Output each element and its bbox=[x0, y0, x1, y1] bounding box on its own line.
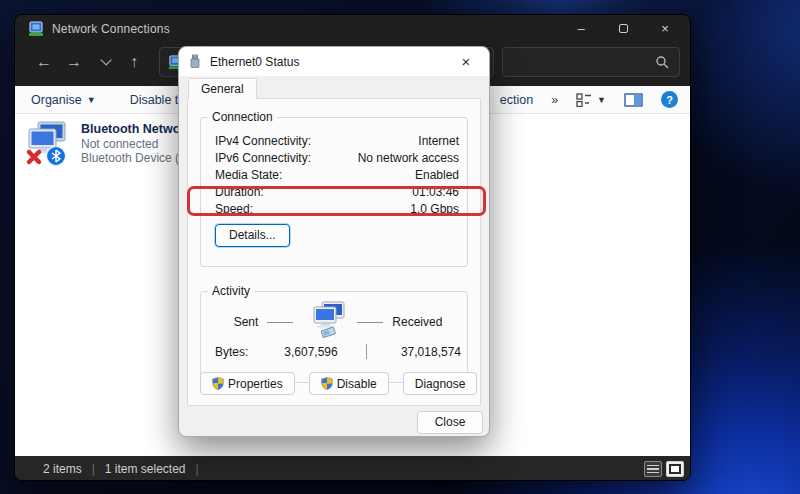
sent-label: Sent bbox=[234, 315, 259, 329]
row-ipv4: IPv4 Connectivity:Internet bbox=[215, 132, 461, 149]
back-icon[interactable]: ← bbox=[29, 53, 59, 71]
dialog-footer: Close bbox=[179, 406, 489, 437]
chevron-down-icon: ▼ bbox=[597, 95, 606, 105]
tab-general[interactable]: General bbox=[188, 78, 257, 99]
minimize-button[interactable]: – bbox=[564, 17, 598, 41]
bytes-received-value: 37,018,574 bbox=[392, 345, 461, 359]
computer-activity-icon bbox=[302, 300, 348, 340]
row-duration: Duration:01:03:46 bbox=[215, 183, 461, 200]
connection-heading: Connection bbox=[208, 110, 277, 124]
chevron-down-icon: ▼ bbox=[87, 95, 96, 105]
toolbar-overflow-chevron-icon[interactable]: » bbox=[551, 93, 558, 107]
connection-status: Not connected bbox=[81, 137, 181, 151]
forward-icon[interactable]: → bbox=[59, 53, 89, 71]
row-ipv6: IPv6 Connectivity:No network access bbox=[215, 149, 461, 166]
search-input[interactable] bbox=[502, 47, 680, 77]
status-bar: 2 items | 1 item selected | bbox=[15, 456, 690, 481]
details-view-icon[interactable] bbox=[644, 461, 662, 477]
dialog-title-bar: Ethernet0 Status × bbox=[179, 47, 489, 76]
properties-button[interactable]: Properties bbox=[200, 372, 295, 395]
row-speed: Speed:1.0 Gbps bbox=[215, 200, 461, 217]
bluetooth-network-icon bbox=[23, 120, 71, 168]
connection-device: Bluetooth Device (Pe bbox=[81, 151, 181, 165]
connection-name: Bluetooth Network C bbox=[81, 122, 181, 137]
diagnose-button[interactable]: Diagnose bbox=[403, 372, 478, 395]
bytes-label: Bytes: bbox=[215, 345, 272, 359]
tab-strip: General bbox=[179, 76, 489, 98]
ethernet-adapter-icon bbox=[189, 54, 201, 69]
connection-group: Connection IPv4 Connectivity:Internet IP… bbox=[200, 117, 468, 267]
close-window-button[interactable]: × bbox=[648, 17, 682, 41]
bytes-sent-value: 3,607,596 bbox=[272, 345, 337, 359]
help-button[interactable]: ? bbox=[661, 91, 678, 108]
maximize-button[interactable] bbox=[606, 17, 640, 41]
close-button[interactable]: Close bbox=[417, 411, 483, 434]
rename-connection-button[interactable]: ection bbox=[500, 93, 533, 107]
maximize-icon bbox=[619, 24, 628, 33]
row-media-state: Media State:Enabled bbox=[215, 166, 461, 183]
dialog-close-icon[interactable]: × bbox=[453, 51, 479, 73]
items-count: 2 items bbox=[43, 462, 82, 476]
dialog-title: Ethernet0 Status bbox=[210, 55, 299, 69]
window-title: Network Connections bbox=[52, 22, 170, 36]
title-bar: Network Connections – × bbox=[15, 15, 690, 42]
details-button[interactable]: Details... bbox=[215, 224, 290, 247]
recent-locations-chevron-icon[interactable] bbox=[100, 54, 111, 65]
organise-menu-button[interactable]: Organise ▼ bbox=[31, 93, 96, 107]
uac-shield-icon bbox=[212, 377, 224, 390]
search-icon bbox=[655, 55, 669, 69]
red-x-icon bbox=[29, 152, 39, 162]
received-label: Received bbox=[392, 315, 442, 329]
large-icons-view-icon[interactable] bbox=[666, 461, 684, 477]
preview-pane-icon[interactable] bbox=[624, 93, 643, 107]
up-icon[interactable]: ↑ bbox=[119, 53, 149, 71]
view-options-icon bbox=[576, 93, 592, 107]
disable-button[interactable]: Disable bbox=[309, 372, 389, 395]
network-connections-icon bbox=[28, 21, 44, 37]
ethernet-status-dialog: Ethernet0 Status × General Connection IP… bbox=[178, 46, 490, 437]
general-tab-page: Connection IPv4 Connectivity:Internet IP… bbox=[187, 98, 481, 406]
selected-count: 1 item selected bbox=[105, 462, 186, 476]
activity-group: Activity Sent Received Bytes: 3,60 bbox=[200, 291, 468, 383]
activity-heading: Activity bbox=[208, 284, 254, 298]
list-item-bluetooth-connection[interactable]: Bluetooth Network C Not connected Blueto… bbox=[23, 120, 181, 168]
change-view-button[interactable]: ▼ bbox=[576, 93, 606, 107]
uac-shield-icon bbox=[321, 377, 333, 390]
